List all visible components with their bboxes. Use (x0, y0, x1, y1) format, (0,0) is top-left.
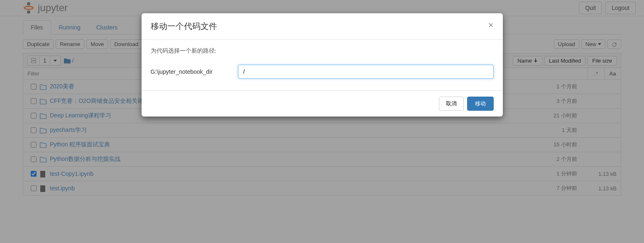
modal-instruction: 为代码选择一个新的路径: (151, 47, 494, 55)
modal-body: 为代码选择一个新的路径: G:\jupyter_notebook_dir (142, 40, 503, 90)
move-confirm-button[interactable]: 移动 (467, 97, 494, 111)
close-button[interactable]: × (488, 21, 494, 30)
cancel-button[interactable]: 取消 (439, 97, 464, 111)
path-row: G:\jupyter_notebook_dir (151, 65, 494, 79)
path-prefix: G:\jupyter_notebook_dir (151, 68, 230, 75)
move-modal: 移动一个代码文件 × 为代码选择一个新的路径: G:\jupyter_noteb… (142, 13, 503, 117)
modal-title: 移动一个代码文件 (151, 21, 217, 32)
modal-header: 移动一个代码文件 × (142, 13, 503, 40)
close-icon: × (488, 20, 494, 30)
modal-footer: 取消 移动 (142, 90, 503, 117)
modal-overlay: 移动一个代码文件 × 为代码选择一个新的路径: G:\jupyter_noteb… (0, 0, 644, 196)
path-input[interactable] (238, 65, 494, 79)
